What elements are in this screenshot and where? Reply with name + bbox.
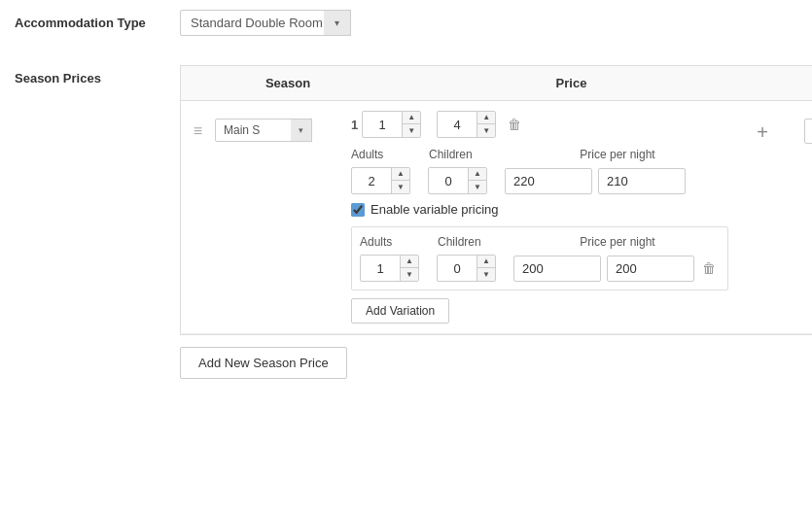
add-variation-button[interactable]: Add Variation — [351, 298, 449, 324]
var-adults-down-btn[interactable]: ▼ — [401, 268, 418, 281]
accommodation-type-content: Standard Double Room Deluxe Room Suite ▾ — [180, 10, 797, 36]
nights-row: 1 ▲ ▼ ▲ ▼ — [351, 111, 728, 138]
children-spinner: ▲ ▼ — [428, 167, 487, 194]
var-adults-spinner: ▲ ▼ — [360, 255, 419, 282]
adults-spinner: ▲ ▼ — [351, 167, 410, 194]
children-header: Children — [429, 148, 507, 161]
var-children-spinner-btns: ▲ ▼ — [477, 256, 495, 281]
adults-input[interactable] — [352, 170, 391, 192]
accommodation-type-row: Accommodation Type Standard Double Room … — [15, 10, 797, 48]
season-prices-label: Season Prices — [15, 65, 180, 85]
children-up-btn[interactable]: ▲ — [469, 168, 486, 181]
season-name-select[interactable]: Main S — [215, 119, 312, 142]
season-prices-row: Season Prices Season Price Actions ≡ — [15, 65, 797, 391]
var-price-input-2[interactable] — [607, 256, 694, 282]
var-adults-up-btn[interactable]: ▲ — [401, 256, 418, 268]
variation-header-row: Adults Children Price per night — [360, 235, 720, 249]
accommodation-type-label: Accommodation Type — [15, 10, 180, 30]
nights-to-spinner-btns: ▲ ▼ — [477, 112, 495, 137]
var-children-header: Children — [438, 235, 515, 249]
season-prices-content: Season Price Actions ≡ Main S ▾ — [180, 65, 812, 379]
var-children-spinner: ▲ ▼ — [437, 255, 496, 282]
var-children-spinner-wrapper: ▲ ▼ — [437, 255, 496, 282]
nights-to-input[interactable] — [438, 114, 477, 136]
drag-handle-icon[interactable]: ≡ — [194, 122, 202, 140]
var-children-up-btn[interactable]: ▲ — [477, 256, 495, 268]
adults-spinner-wrapper: ▲ ▼ — [351, 167, 410, 194]
var-adults-input[interactable] — [361, 257, 400, 280]
price-inputs — [505, 168, 728, 194]
nights-delete-btn[interactable]: 🗑 — [504, 115, 525, 134]
add-nights-range-button[interactable]: + — [751, 122, 774, 142]
adults-header: Adults — [351, 148, 429, 161]
var-adults-header: Adults — [360, 235, 438, 249]
nights-from-spinner: ▲ ▼ — [362, 111, 421, 138]
children-spinner-btns: ▲ ▼ — [468, 168, 486, 193]
ac-header-row: Adults Children Price per night — [351, 148, 728, 161]
price-input-1[interactable] — [505, 168, 592, 194]
var-adults-spinner-wrapper: ▲ ▼ — [360, 255, 419, 282]
nights-label: 1 — [351, 118, 358, 132]
nights-from-down-btn[interactable]: ▼ — [403, 124, 420, 137]
header-actions: Actions — [787, 76, 812, 90]
var-children-down-btn[interactable]: ▼ — [477, 268, 495, 281]
season-delete-col: Delete — [787, 111, 812, 144]
nights-from-up-btn[interactable]: ▲ — [403, 112, 420, 124]
price-per-night-header: Price per night — [507, 148, 728, 161]
ac-values-row: ▲ ▼ ▲ ▼ — [351, 167, 728, 194]
enable-variable-pricing-checkbox[interactable] — [351, 203, 365, 217]
nights-to-spinner: ▲ ▼ — [437, 111, 496, 138]
var-adults-spinner-btns: ▲ ▼ — [400, 256, 418, 281]
table-row: ≡ Main S ▾ 1 — [181, 101, 812, 334]
table-header: Season Price Actions — [181, 66, 812, 101]
season-name-col: Main S ▾ — [215, 111, 341, 142]
children-spinner-wrapper: ▲ ▼ — [428, 167, 487, 194]
adults-up-btn[interactable]: ▲ — [392, 168, 409, 181]
season-add-col: + — [738, 111, 787, 142]
drag-col: ≡ — [181, 111, 215, 140]
adults-down-btn[interactable]: ▼ — [392, 181, 409, 193]
price-input-2[interactable] — [598, 168, 686, 194]
header-price: Price — [356, 76, 787, 90]
accommodation-select-wrapper: Standard Double Room Deluxe Room Suite ▾ — [180, 10, 351, 36]
season-prices-table: Season Price Actions ≡ Main S ▾ — [180, 65, 812, 335]
nights-to-down-btn[interactable]: ▼ — [477, 124, 495, 137]
variation-values-row: ▲ ▼ ▲ ▼ — [360, 255, 720, 282]
children-input[interactable] — [429, 170, 468, 192]
season-select-wrapper: Main S ▾ — [215, 119, 312, 142]
add-new-season-price-button[interactable]: Add New Season Price — [180, 347, 347, 379]
variation-table: Adults Children Price per night ▲ — [351, 226, 728, 290]
adults-spinner-btns: ▲ ▼ — [391, 168, 409, 193]
nights-to-up-btn[interactable]: ▲ — [477, 112, 495, 124]
nights-from-spinner-btns: ▲ ▼ — [402, 112, 420, 137]
var-children-input[interactable] — [438, 257, 477, 280]
accommodation-type-select[interactable]: Standard Double Room Deluxe Room Suite — [180, 10, 351, 36]
var-price-inputs — [513, 256, 694, 282]
enable-variable-pricing-label: Enable variable pricing — [371, 202, 499, 217]
season-details-col: 1 ▲ ▼ ▲ ▼ — [341, 111, 738, 324]
variable-pricing-row: Enable variable pricing — [351, 202, 728, 217]
header-season: Season — [181, 76, 356, 90]
nights-from-input[interactable] — [363, 114, 402, 136]
children-down-btn[interactable]: ▼ — [469, 181, 486, 193]
var-price-header: Price per night — [515, 235, 720, 249]
var-delete-btn[interactable]: 🗑 — [698, 258, 720, 278]
var-price-input-1[interactable] — [513, 256, 601, 282]
delete-season-button[interactable]: Delete — [804, 119, 812, 144]
